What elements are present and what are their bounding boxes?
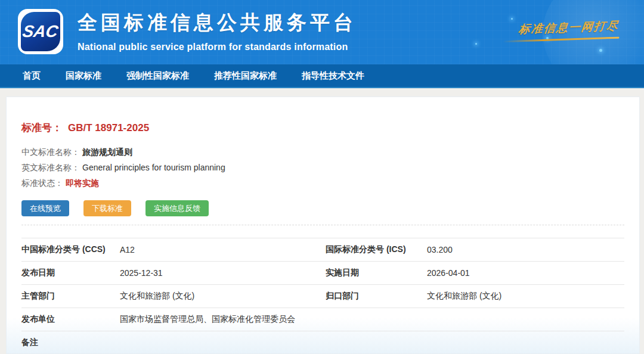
online-preview-button[interactable]: 在线预览 [21,200,69,216]
publish-date-label: 发布日期 [21,268,120,278]
implement-date-value: 2026-04-01 [427,268,624,278]
ics-value: 03.200 [427,245,624,254]
table-row-departments: 主管部门 文化和旅游部 (文化) 归口部门 文化和旅游部 (文化) [21,284,624,308]
nav-item-recommended-standards[interactable]: 推荐性国家标准 [214,70,277,82]
competent-dept-label: 主管部门 [21,291,120,302]
table-row-classification: 中国标准分类号 (CCS) A12 国际标准分类号 (ICS) 03.200 [21,238,624,261]
issuing-unit-label: 发布单位 [21,314,120,325]
field-english-name: 英文标准名称：General principles for tourism pl… [21,160,624,175]
standard-number-heading: 标准号：GB/T 18971-2025 [21,121,624,135]
table-row-issuing-unit: 发布单位 国家市场监督管理总局、国家标准化管理委员会 [21,308,624,331]
centralized-dept-label: 归口部门 [326,291,427,302]
download-standard-button[interactable]: 下载标准 [83,200,131,216]
implementation-feedback-button[interactable]: 实施信息反馈 [145,200,209,216]
status-label: 标准状态： [21,178,63,188]
main-nav: 首页 国家标准 强制性国家标准 推荐性国家标准 指导性技术文件 [0,64,644,88]
competent-dept-value: 文化和旅游部 (文化) [120,291,326,302]
glow-dot [599,49,602,52]
slogan-block: 标准信息一网打尽 [502,18,619,43]
remarks-label: 备注 [21,337,120,348]
sac-logo-text: SAC [21,22,60,41]
english-name-value: General principles for tourism planning [82,163,225,172]
implement-date-label: 实施日期 [326,268,427,278]
sac-logo-shape: SAC [21,12,60,51]
glow-dot [475,43,477,45]
field-status: 标准状态：即将实施 [21,175,624,191]
standard-detail-card: 标准号：GB/T 18971-2025 中文标准名称：旅游规划通则 英文标准名称… [6,97,640,354]
site-header: SAC 全国标准信息公共服务平台 National public service… [0,0,644,64]
ccs-label: 中国标准分类号 (CCS) [21,244,120,255]
site-subtitle: National public service platform for sta… [78,42,357,52]
slogan-text: 标准信息一网打尽 [518,18,620,38]
dashed-divider [21,225,624,225]
ccs-value: A12 [120,245,326,254]
table-row-dates: 发布日期 2025-12-31 实施日期 2026-04-01 [21,261,624,284]
nav-item-home[interactable]: 首页 [23,70,41,82]
table-row-remarks: 备注 [21,331,624,354]
nav-item-mandatory-standards[interactable]: 强制性国家标准 [126,70,189,82]
page-body: 标准号：GB/T 18971-2025 中文标准名称：旅游规划通则 英文标准名称… [0,88,644,354]
english-name-label: 英文标准名称： [21,163,80,172]
standard-number-label: 标准号： [21,122,62,133]
sac-logo[interactable]: SAC [18,9,63,54]
ics-label: 国际标准分类号 (ICS) [326,244,427,255]
status-badge: 即将实施 [66,178,99,188]
nav-item-national-standards[interactable]: 国家标准 [66,70,101,82]
centralized-dept-value: 文化和旅游部 (文化) [427,291,624,302]
issuing-unit-value: 国家市场监督管理总局、国家标准化管理委员会 [120,314,624,325]
standard-fields: 中文标准名称：旅游规划通则 英文标准名称：General principles … [21,144,624,191]
field-chinese-name: 中文标准名称：旅游规划通则 [21,144,624,160]
site-title-block: 全国标准信息公共服务平台 National public service pla… [78,10,357,52]
standard-detail-table: 中国标准分类号 (CCS) A12 国际标准分类号 (ICS) 03.200 发… [21,238,624,354]
action-buttons: 在线预览 下载标准 实施信息反馈 [21,200,624,216]
chinese-name-value: 旅游规划通则 [82,147,132,157]
site-title: 全国标准信息公共服务平台 [78,10,357,36]
glow-dot [511,18,513,20]
chinese-name-label: 中文标准名称： [21,147,80,157]
standard-number-value: GB/T 18971-2025 [68,122,149,133]
publish-date-value: 2025-12-31 [120,268,326,278]
nav-item-guiding-documents[interactable]: 指导性技术文件 [302,70,364,82]
